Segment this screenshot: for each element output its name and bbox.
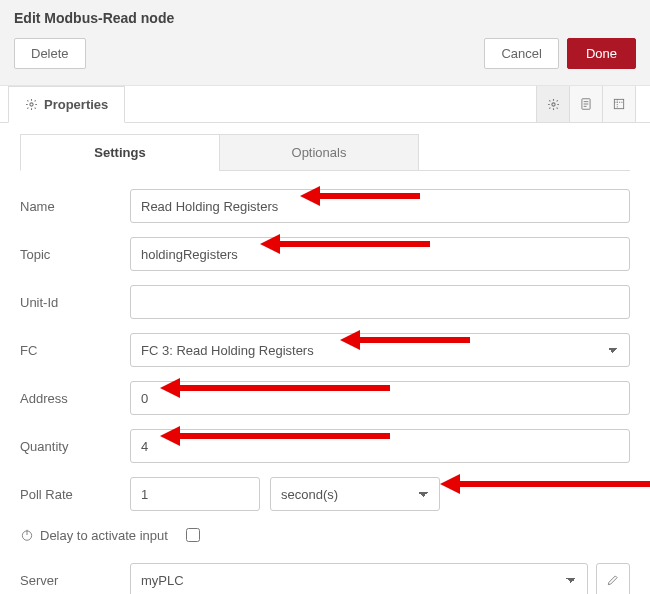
row-name: Name bbox=[20, 189, 630, 223]
svg-rect-6 bbox=[614, 99, 623, 108]
row-fc: FC FC 3: Read Holding Registers bbox=[20, 333, 630, 367]
label-fc: FC bbox=[20, 343, 130, 358]
row-delay: Delay to activate input bbox=[20, 525, 630, 545]
address-input[interactable] bbox=[130, 381, 630, 415]
label-server: Server bbox=[20, 573, 130, 588]
tab-settings[interactable]: Settings bbox=[20, 134, 220, 171]
pencil-icon bbox=[606, 573, 620, 587]
tab-properties[interactable]: Properties bbox=[8, 86, 125, 123]
dialog-title: Edit Modbus-Read node bbox=[14, 10, 636, 26]
server-select[interactable]: myPLC bbox=[130, 563, 588, 594]
tab-node-settings[interactable] bbox=[536, 85, 570, 122]
label-topic: Topic bbox=[20, 247, 130, 262]
svg-point-1 bbox=[551, 102, 554, 105]
row-pollrate: Poll Rate second(s) bbox=[20, 477, 630, 511]
doc-icon bbox=[579, 97, 593, 111]
label-delay: Delay to activate input bbox=[40, 528, 168, 543]
quantity-input[interactable] bbox=[130, 429, 630, 463]
header-buttons: Delete Cancel Done bbox=[14, 38, 636, 75]
row-quantity: Quantity bbox=[20, 429, 630, 463]
label-address: Address bbox=[20, 391, 130, 406]
tab-appearance[interactable] bbox=[602, 85, 636, 122]
pollrate-input[interactable] bbox=[130, 477, 260, 511]
label-pollrate: Poll Rate bbox=[20, 487, 130, 502]
editor-tabs: Properties bbox=[0, 85, 650, 123]
tab-properties-label: Properties bbox=[44, 97, 108, 112]
dialog-header: Edit Modbus-Read node Delete Cancel Done bbox=[0, 0, 650, 85]
fc-select[interactable]: FC 3: Read Holding Registers bbox=[130, 333, 630, 367]
done-button[interactable]: Done bbox=[567, 38, 636, 69]
svg-point-0 bbox=[30, 103, 33, 106]
topic-input[interactable] bbox=[130, 237, 630, 271]
power-icon bbox=[20, 528, 34, 542]
name-input[interactable] bbox=[130, 189, 630, 223]
tab-optionals[interactable]: Optionals bbox=[219, 134, 419, 171]
edit-server-button[interactable] bbox=[596, 563, 630, 594]
row-unitid: Unit-Id bbox=[20, 285, 630, 319]
form-body: Settings Optionals Name Topic Unit-Id FC… bbox=[0, 123, 650, 594]
gear-icon bbox=[547, 98, 560, 111]
row-server: Server myPLC bbox=[20, 563, 630, 594]
label-unitid: Unit-Id bbox=[20, 295, 130, 310]
cancel-button[interactable]: Cancel bbox=[484, 38, 558, 69]
tab-description[interactable] bbox=[569, 85, 603, 122]
unitid-input[interactable] bbox=[130, 285, 630, 319]
inner-tabs: Settings Optionals bbox=[20, 133, 630, 171]
label-quantity: Quantity bbox=[20, 439, 130, 454]
row-address: Address bbox=[20, 381, 630, 415]
delete-button[interactable]: Delete bbox=[14, 38, 86, 69]
delay-checkbox[interactable] bbox=[186, 528, 200, 542]
gear-icon bbox=[25, 98, 38, 111]
pollrate-unit-select[interactable]: second(s) bbox=[270, 477, 440, 511]
row-topic: Topic bbox=[20, 237, 630, 271]
label-name: Name bbox=[20, 199, 130, 214]
resize-icon bbox=[612, 97, 626, 111]
